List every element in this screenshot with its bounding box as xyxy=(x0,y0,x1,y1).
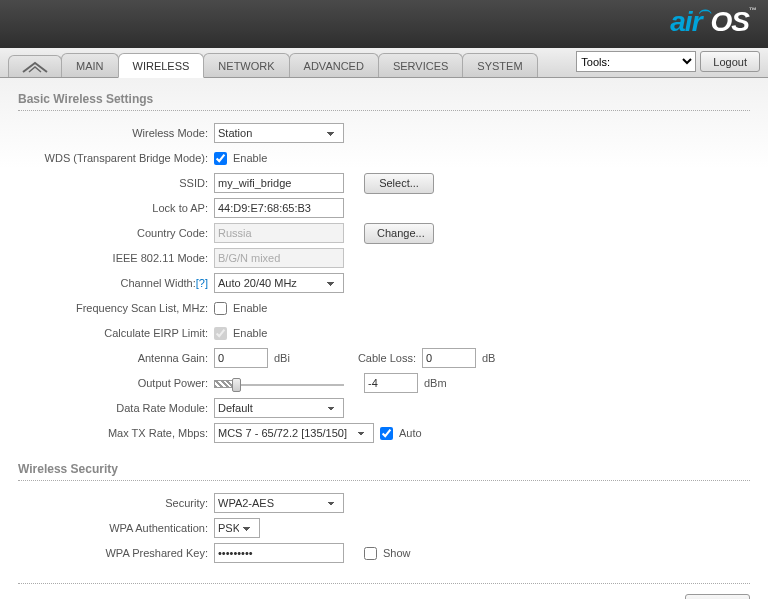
label-antenna-gain: Antenna Gain: xyxy=(18,352,214,364)
security-select[interactable]: WPA2-AES xyxy=(214,493,344,513)
label-freq-scan: Frequency Scan List, MHz: xyxy=(18,302,214,314)
data-rate-module-select[interactable]: Default xyxy=(214,398,344,418)
max-tx-select[interactable]: MCS 7 - 65/72.2 [135/150] xyxy=(214,423,374,443)
lock-to-ap-input[interactable] xyxy=(214,198,344,218)
tab-main[interactable]: MAIN xyxy=(61,53,119,77)
freq-scan-checkbox[interactable] xyxy=(214,302,227,315)
wds-enable-label: Enable xyxy=(233,152,267,164)
label-ieee-mode: IEEE 802.11 Mode: xyxy=(18,252,214,264)
output-power-slider[interactable] xyxy=(214,376,344,390)
label-channel-width: Channel Width:[?] xyxy=(18,277,214,289)
output-power-input[interactable] xyxy=(364,373,418,393)
tab-network[interactable]: NETWORK xyxy=(203,53,289,77)
header-bar: air⏜OS™ xyxy=(0,0,768,48)
freq-scan-enable-label: Enable xyxy=(233,302,267,314)
label-cable-loss: Cable Loss: xyxy=(358,352,416,364)
cable-loss-input[interactable] xyxy=(422,348,476,368)
logo-tm: ™ xyxy=(749,6,756,15)
unit-dbm: dBm xyxy=(424,377,447,389)
logo-os: OS xyxy=(711,6,749,37)
label-wireless-mode: Wireless Mode: xyxy=(18,127,214,139)
country-change-button[interactable]: Change... xyxy=(364,223,434,244)
show-key-checkbox[interactable] xyxy=(364,547,377,560)
divider xyxy=(18,583,750,584)
unit-db: dB xyxy=(482,352,495,364)
content: Basic Wireless Settings Wireless Mode: S… xyxy=(0,78,768,599)
tools-area: Tools: Logout xyxy=(576,51,760,72)
channel-width-help[interactable]: [?] xyxy=(196,277,208,289)
section-security-title: Wireless Security xyxy=(18,462,750,476)
label-wpa-auth: WPA Authentication: xyxy=(18,522,214,534)
wifi-icon: ⏜ xyxy=(699,8,711,24)
tab-system[interactable]: SYSTEM xyxy=(462,53,537,77)
logo-air: air xyxy=(670,6,701,37)
label-security: Security: xyxy=(18,497,214,509)
wpa-psk-input[interactable] xyxy=(214,543,344,563)
wds-enable-checkbox[interactable] xyxy=(214,152,227,165)
logout-button[interactable]: Logout xyxy=(700,51,760,72)
tools-select[interactable]: Tools: xyxy=(576,51,696,72)
label-calc-eirp: Calculate EIRP Limit: xyxy=(18,327,214,339)
label-lock-to-ap: Lock to AP: xyxy=(18,202,214,214)
max-tx-auto-checkbox[interactable] xyxy=(380,427,393,440)
unit-dbi: dBi xyxy=(274,352,290,364)
country-code-select: Russia xyxy=(214,223,344,243)
label-ssid: SSID: xyxy=(18,177,214,189)
tab-row: MAIN WIRELESS NETWORK ADVANCED SERVICES … xyxy=(0,48,768,78)
tab-advanced[interactable]: ADVANCED xyxy=(289,53,379,77)
wpa-auth-select[interactable]: PSK xyxy=(214,518,260,538)
label-country-code: Country Code: xyxy=(18,227,214,239)
antenna-icon xyxy=(21,60,49,74)
calc-eirp-checkbox xyxy=(214,327,227,340)
divider xyxy=(18,110,750,111)
antenna-gain-input[interactable] xyxy=(214,348,268,368)
ssid-input[interactable] xyxy=(214,173,344,193)
ieee-mode-select: B/G/N mixed xyxy=(214,248,344,268)
label-output-power: Output Power: xyxy=(18,377,214,389)
channel-width-select[interactable]: Auto 20/40 MHz xyxy=(214,273,344,293)
label-wds: WDS (Transparent Bridge Mode): xyxy=(18,152,214,164)
tab-services[interactable]: SERVICES xyxy=(378,53,463,77)
label-wpa-psk: WPA Preshared Key: xyxy=(18,547,214,559)
airos-logo: air⏜OS™ xyxy=(670,6,756,38)
section-basic-title: Basic Wireless Settings xyxy=(18,92,750,106)
show-key-label: Show xyxy=(383,547,411,559)
tab-wireless[interactable]: WIRELESS xyxy=(118,53,205,78)
label-data-rate-module: Data Rate Module: xyxy=(18,402,214,414)
wireless-mode-select[interactable]: Station xyxy=(214,123,344,143)
calc-eirp-enable-label: Enable xyxy=(233,327,267,339)
max-tx-auto-label: Auto xyxy=(399,427,422,439)
change-button[interactable]: Change xyxy=(685,594,750,599)
ssid-select-button[interactable]: Select... xyxy=(364,173,434,194)
label-max-tx: Max TX Rate, Mbps: xyxy=(18,427,214,439)
divider xyxy=(18,480,750,481)
tab-status-icon[interactable] xyxy=(8,55,62,77)
